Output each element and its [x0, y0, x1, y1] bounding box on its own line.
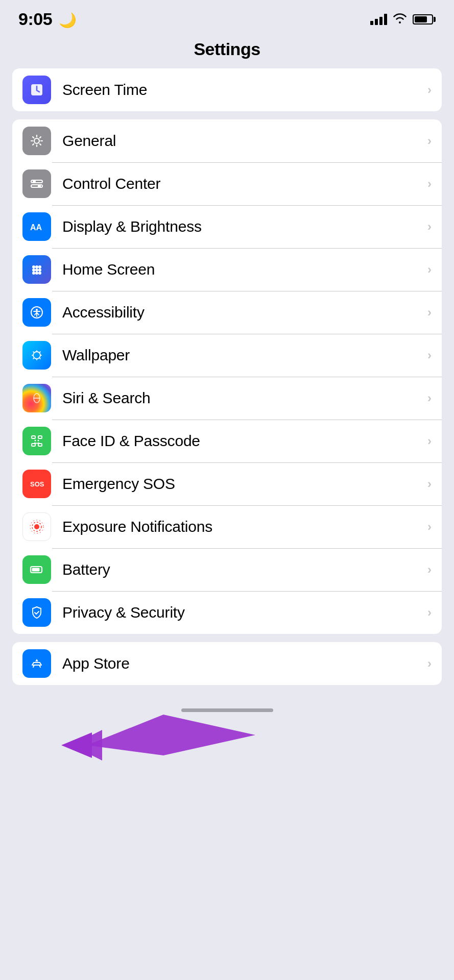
svg-rect-31 [32, 568, 40, 572]
svg-point-13 [32, 272, 35, 275]
svg-point-4 [33, 180, 36, 183]
moon-icon: 🌙 [59, 12, 77, 28]
emergency-sos-icon: SOS [22, 470, 51, 498]
settings-item-home-screen[interactable]: Home Screen › [12, 248, 442, 291]
face-id-chevron: › [427, 434, 432, 448]
accessibility-icon [22, 298, 51, 327]
svg-rect-22 [32, 444, 35, 446]
signal-icon [370, 14, 387, 25]
settings-item-siri-search[interactable]: Siri & Search › [12, 377, 442, 420]
emergency-sos-label: Emergency SOS [62, 475, 422, 493]
app-store-label: App Store [62, 655, 422, 672]
control-center-icon [22, 169, 51, 198]
status-time: 9:05 [18, 9, 52, 29]
display-brightness-chevron: › [427, 219, 432, 234]
battery-chevron: › [427, 562, 432, 577]
page-title-bar: Settings [0, 34, 454, 68]
svg-point-27 [34, 524, 39, 529]
status-icons [370, 11, 436, 27]
privacy-security-icon [22, 598, 51, 627]
svg-point-12 [38, 268, 41, 272]
wallpaper-chevron: › [427, 348, 432, 362]
general-label: General [62, 132, 422, 150]
wallpaper-icon [22, 341, 51, 370]
battery-label: Battery [62, 561, 422, 578]
display-brightness-label: Display & Brightness [62, 218, 422, 235]
svg-point-25 [38, 440, 39, 442]
home-screen-label: Home Screen [62, 261, 422, 278]
settings-item-exposure[interactable]: Exposure Notifications › [12, 505, 442, 548]
settings-item-app-store[interactable]: App Store › [12, 642, 442, 685]
exposure-chevron: › [427, 520, 432, 534]
home-indicator [181, 708, 273, 712]
settings-item-face-id[interactable]: Face ID & Passcode › [12, 420, 442, 462]
control-center-label: Control Center [62, 175, 422, 192]
emergency-sos-chevron: › [427, 477, 432, 491]
app-store-icon [22, 649, 51, 678]
svg-rect-23 [38, 444, 42, 446]
svg-point-1 [34, 138, 39, 143]
display-brightness-icon: AA [22, 212, 51, 241]
face-id-icon [22, 427, 51, 455]
privacy-security-label: Privacy & Security [62, 604, 422, 621]
exposure-label: Exposure Notifications [62, 518, 422, 535]
svg-point-15 [38, 272, 41, 275]
wallpaper-label: Wallpaper [62, 347, 422, 364]
status-time-area: 9:05 🌙 [18, 9, 77, 29]
main-settings-group: General › Control Center › AA [12, 119, 442, 634]
screen-time-group: Screen Time › [12, 68, 442, 111]
svg-point-5 [38, 185, 41, 188]
control-center-chevron: › [427, 177, 432, 191]
svg-point-10 [32, 268, 35, 272]
siri-search-chevron: › [427, 391, 432, 405]
svg-rect-21 [38, 436, 42, 438]
svg-rect-20 [32, 436, 35, 438]
face-id-label: Face ID & Passcode [62, 432, 422, 450]
accessibility-chevron: › [427, 305, 432, 320]
screen-time-chevron: › [427, 83, 432, 97]
svg-text:AA: AA [30, 223, 42, 232]
screen-time-label: Screen Time [62, 81, 422, 99]
svg-point-14 [35, 272, 38, 275]
siri-search-label: Siri & Search [62, 389, 422, 407]
svg-point-24 [35, 440, 36, 442]
svg-point-7 [32, 265, 35, 268]
screen-time-icon [22, 76, 51, 104]
svg-point-8 [35, 265, 38, 268]
app-store-group: App Store › [12, 642, 442, 685]
app-store-chevron: › [427, 656, 432, 671]
status-bar: 9:05 🌙 [0, 0, 454, 34]
settings-item-accessibility[interactable]: Accessibility › [12, 291, 442, 334]
general-chevron: › [427, 134, 432, 148]
settings-item-screen-time[interactable]: Screen Time › [12, 68, 442, 111]
page-title: Settings [194, 39, 260, 59]
siri-icon [22, 384, 51, 412]
privacy-security-chevron: › [427, 605, 432, 620]
settings-item-battery[interactable]: Battery › [12, 548, 442, 591]
exposure-icon [22, 512, 51, 541]
home-screen-chevron: › [427, 262, 432, 277]
svg-point-9 [38, 265, 41, 268]
general-icon [22, 127, 51, 155]
svg-text:SOS: SOS [30, 480, 44, 488]
settings-item-emergency-sos[interactable]: SOS Emergency SOS › [12, 462, 442, 505]
svg-point-17 [36, 309, 38, 311]
home-screen-icon [22, 255, 51, 284]
settings-item-display-brightness[interactable]: AA Display & Brightness › [12, 205, 442, 248]
settings-item-general[interactable]: General › [12, 119, 442, 162]
accessibility-label: Accessibility [62, 304, 422, 321]
svg-marker-34 [61, 732, 92, 758]
battery-status-icon [413, 14, 436, 24]
wifi-icon [392, 11, 408, 27]
svg-marker-33 [71, 730, 102, 761]
battery-icon-item [22, 555, 51, 584]
svg-point-11 [35, 268, 38, 272]
settings-item-wallpaper[interactable]: Wallpaper › [12, 334, 442, 377]
settings-item-privacy-security[interactable]: Privacy & Security › [12, 591, 442, 634]
settings-container: Screen Time › General › [0, 68, 454, 685]
settings-item-control-center[interactable]: Control Center › [12, 162, 442, 205]
